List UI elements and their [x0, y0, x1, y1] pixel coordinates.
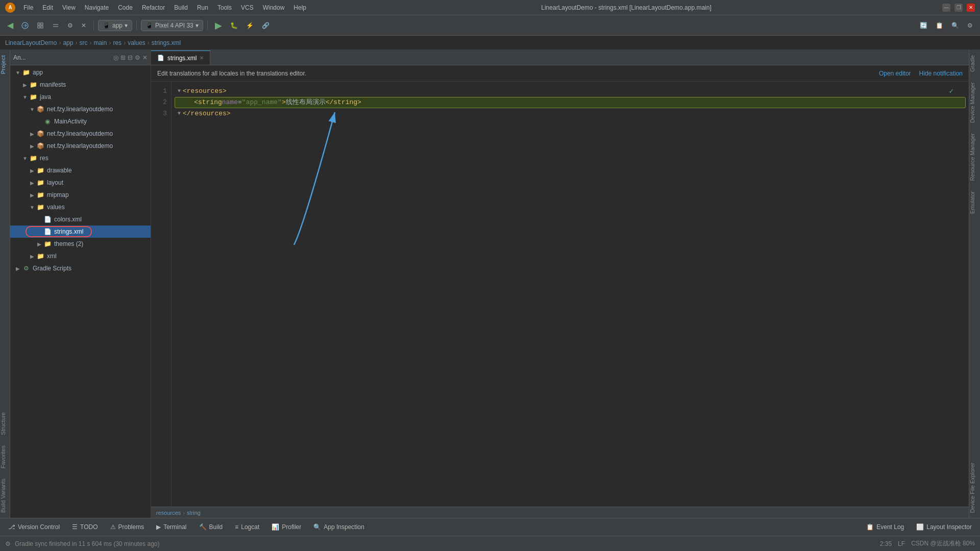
menu-refactor[interactable]: Refactor [138, 3, 169, 12]
problems-button[interactable]: ⚠ Problems [104, 521, 151, 533]
device-selector[interactable]: 📱 Pixel 4 API 33 ▾ [141, 20, 203, 31]
project-locate-button[interactable]: ◎ [113, 54, 118, 61]
tree-item-layout[interactable]: ▶ 📁 layout [10, 177, 151, 189]
menu-tools[interactable]: Tools [213, 3, 236, 12]
project-expand-button[interactable]: ⊞ [120, 54, 126, 61]
collapse-all-button[interactable] [49, 20, 62, 31]
project-collapse-button[interactable]: ⊟ [128, 54, 133, 61]
open-editor-link[interactable]: Open editor [879, 70, 911, 77]
menu-help[interactable]: Help [289, 3, 310, 12]
project-settings-button[interactable]: ⚙ [135, 54, 140, 61]
fold-icon-3[interactable]: ▼ [178, 108, 181, 119]
build-refresh-button[interactable]: 🔄 [917, 20, 930, 31]
menu-build[interactable]: Build [170, 3, 192, 12]
tree-item-themes[interactable]: ▶ 📁 themes (2) [10, 238, 151, 250]
breadcrumb-res[interactable]: res [113, 39, 121, 46]
tree-item-mipmap[interactable]: ▶ 📁 mipmap [10, 189, 151, 201]
structure-panel-tab[interactable]: Structure [0, 407, 10, 440]
project-panel: An... ◎ ⊞ ⊟ ⚙ ✕ ▼ 📁 app ▶ 📁 manifests [10, 50, 151, 518]
menu-window[interactable]: Window [259, 3, 289, 12]
code-tag-resources-close: </resources> [183, 108, 231, 119]
settings-button[interactable]: ⚙ [64, 20, 76, 31]
tab-close-button[interactable]: ✕ [200, 55, 204, 61]
expand-all-button[interactable] [34, 20, 47, 31]
breadcrumb-app[interactable]: app [63, 39, 73, 46]
tree-item-colors-xml[interactable]: ▶ 📄 colors.xml [10, 213, 151, 226]
main-layout: Project Structure Favorites Build Varian… [0, 50, 980, 518]
code-tag-close-1: > [282, 97, 286, 108]
menu-bar: File Edit View Navigate Code Refactor Bu… [19, 3, 310, 12]
search-everywhere-button[interactable]: 🔍 [948, 20, 962, 31]
tree-item-drawable[interactable]: ▶ 📁 drawable [10, 164, 151, 177]
editor-area: 📄 strings.xml ✕ Edit translations for al… [151, 50, 969, 518]
resource-manager-tab[interactable]: Resource Manager [969, 128, 980, 186]
tab-strings-xml[interactable]: 📄 strings.xml ✕ [151, 51, 210, 65]
folder-icon-layout: 📁 [36, 178, 45, 187]
hide-notification-link[interactable]: Hide notification [919, 70, 963, 77]
attach-debugger-button[interactable]: 🔗 [259, 20, 273, 31]
menu-edit[interactable]: Edit [38, 3, 57, 12]
tree-item-values[interactable]: ▼ 📁 values [10, 201, 151, 213]
minimize-button[interactable]: — [942, 4, 950, 12]
build-variants-panel-tab[interactable]: Build Variants [0, 473, 10, 518]
menu-file[interactable]: File [19, 3, 37, 12]
bottom-crumb-resources[interactable]: resources [156, 510, 181, 516]
menu-vcs[interactable]: VCS [237, 3, 258, 12]
app-inspection-button[interactable]: 🔍 App Inspection [307, 521, 370, 533]
breadcrumb-src[interactable]: src [79, 39, 87, 46]
tree-item-java[interactable]: ▼ 📁 java [10, 91, 151, 103]
menu-run[interactable]: Run [193, 3, 212, 12]
code-editor[interactable]: 1 2 3 ▼ <resources> <string name = [151, 82, 969, 507]
app-module-selector[interactable]: 📱 app ▾ [98, 20, 132, 31]
terminal-button[interactable]: ▶ Terminal [150, 521, 192, 533]
gradle-tab[interactable]: Gradle [969, 50, 980, 77]
menu-code[interactable]: Code [114, 3, 137, 12]
layout-inspector-button[interactable]: ⬜ Layout Inspector [910, 521, 978, 533]
maximize-button[interactable]: ❐ [954, 4, 963, 12]
version-control-button[interactable]: ⎇ Version Control [2, 521, 66, 533]
device-manager-tab[interactable]: Device Manager [969, 77, 980, 128]
project-panel-tab[interactable]: Project [0, 50, 10, 79]
event-log-button[interactable]: 📋 Event Log [860, 521, 910, 533]
tree-item-app[interactable]: ▼ 📁 app [10, 66, 151, 79]
close-button[interactable]: ✕ [967, 4, 975, 12]
bottom-crumb-string[interactable]: string [187, 510, 201, 516]
tree-item-gradle-scripts[interactable]: ▶ ⚙ Gradle Scripts [10, 262, 151, 274]
tree-item-res[interactable]: ▼ 📁 res [10, 152, 151, 164]
profile-button[interactable]: ⚡ [243, 20, 257, 31]
tree-item-package-1[interactable]: ▼ 📦 net.fzy.linearlayoutdemo [10, 103, 151, 115]
breadcrumb-root[interactable]: LinearLayoutDemo [5, 39, 57, 46]
settings-main-button[interactable]: ⚙ [964, 20, 976, 31]
back-button[interactable]: ◀ [4, 19, 16, 32]
sync-project-button[interactable] [18, 20, 32, 31]
device-file-explorer-tab[interactable]: Device File Explorer [969, 458, 980, 518]
close-panel-button[interactable]: ✕ [78, 20, 89, 31]
breadcrumb-values[interactable]: values [128, 39, 145, 46]
build-button[interactable]: 🔨 Build [193, 521, 229, 533]
emulator-tab[interactable]: Emulator [969, 186, 980, 219]
breadcrumb-file[interactable]: strings.xml [152, 39, 181, 46]
tree-item-manifests[interactable]: ▶ 📁 manifests [10, 79, 151, 91]
todo-button[interactable]: ☰ TODO [66, 521, 104, 533]
tree-item-strings-xml[interactable]: ▶ 📄 strings.xml [10, 226, 151, 238]
status-bar: ⚙ Gradle sync finished in 11 s 604 ms (3… [0, 536, 980, 551]
fold-icon-1[interactable]: ▼ [178, 86, 181, 97]
code-attr-val: "app_name" [242, 97, 282, 108]
title-bar: A File Edit View Navigate Code Refactor … [0, 0, 980, 15]
version-control-icon: ⎇ [8, 523, 15, 531]
profiler-button[interactable]: 📊 Profiler [265, 521, 307, 533]
menu-navigate[interactable]: Navigate [81, 3, 113, 12]
tree-item-xml[interactable]: ▶ 📁 xml [10, 250, 151, 262]
tree-item-package-2[interactable]: ▶ 📦 net.fzy.linearlayoutdemo [10, 128, 151, 140]
project-close-button[interactable]: ✕ [142, 54, 148, 61]
logcat-button[interactable]: ≡ Logcat [229, 521, 265, 533]
code-content[interactable]: ▼ <resources> <string name = "app_name" … [172, 82, 969, 507]
code-analysis-button[interactable]: 📋 [933, 20, 946, 31]
favorites-panel-tab[interactable]: Favorites [0, 440, 10, 473]
menu-view[interactable]: View [58, 3, 80, 12]
debug-button[interactable]: 🐛 [227, 20, 241, 31]
tree-item-package-3[interactable]: ▶ 📦 net.fzy.linearlayoutdemo [10, 140, 151, 152]
tree-item-mainactivity[interactable]: ▶ ◉ MainActivity [10, 115, 151, 128]
breadcrumb-main[interactable]: main [93, 39, 107, 46]
run-button[interactable]: ▶ [212, 18, 225, 33]
